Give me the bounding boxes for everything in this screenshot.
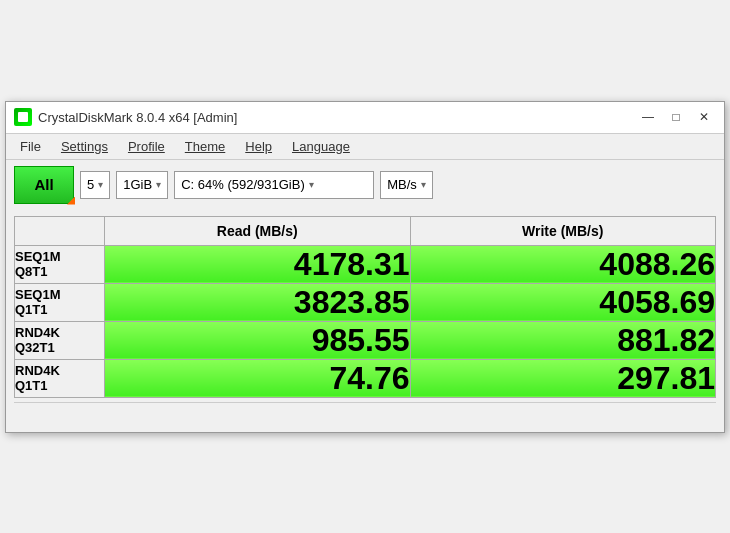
count-chevron: ▾ bbox=[98, 179, 103, 190]
row-3-label: RND4K Q1T1 bbox=[15, 359, 105, 397]
titlebar: CrystalDiskMark 8.0.4 x64 [Admin] — □ ✕ bbox=[6, 102, 724, 134]
results-table: Read (MB/s) Write (MB/s) SEQ1M Q8T1 4178… bbox=[14, 216, 716, 398]
unit-value: MB/s bbox=[387, 177, 417, 192]
toolbar: All 5 ▾ 1GiB ▾ C: 64% (592/931GiB) ▾ MB/… bbox=[6, 160, 724, 210]
unit-chevron: ▾ bbox=[421, 179, 426, 190]
count-value: 5 bbox=[87, 177, 94, 192]
row-1-read: 3823.85 bbox=[105, 283, 411, 321]
row-0-read: 4178.31 bbox=[105, 245, 411, 283]
menu-language[interactable]: Language bbox=[282, 136, 360, 157]
window-controls: — □ ✕ bbox=[636, 107, 716, 127]
all-button[interactable]: All bbox=[14, 166, 74, 204]
table-row: RND4K Q32T1 985.55 881.82 bbox=[15, 321, 716, 359]
row-0-write: 4088.26 bbox=[410, 245, 716, 283]
menubar: File Settings Profile Theme Help Languag… bbox=[6, 134, 724, 160]
count-select[interactable]: 5 ▾ bbox=[80, 171, 110, 199]
main-content: Read (MB/s) Write (MB/s) SEQ1M Q8T1 4178… bbox=[6, 210, 724, 432]
menu-theme[interactable]: Theme bbox=[175, 136, 235, 157]
close-button[interactable]: ✕ bbox=[692, 107, 716, 127]
status-bar bbox=[14, 402, 716, 424]
table-row: SEQ1M Q8T1 4178.31 4088.26 bbox=[15, 245, 716, 283]
unit-select[interactable]: MB/s ▾ bbox=[380, 171, 433, 199]
titlebar-left: CrystalDiskMark 8.0.4 x64 [Admin] bbox=[14, 108, 237, 126]
row-3-read: 74.76 bbox=[105, 359, 411, 397]
row-2-read: 985.55 bbox=[105, 321, 411, 359]
drive-select[interactable]: C: 64% (592/931GiB) ▾ bbox=[174, 171, 374, 199]
app-icon bbox=[14, 108, 32, 126]
row-2-write: 881.82 bbox=[410, 321, 716, 359]
menu-settings[interactable]: Settings bbox=[51, 136, 118, 157]
row-2-label: RND4K Q32T1 bbox=[15, 321, 105, 359]
row-1-label: SEQ1M Q1T1 bbox=[15, 283, 105, 321]
drive-chevron: ▾ bbox=[309, 179, 314, 190]
col-write-header: Write (MB/s) bbox=[410, 216, 716, 245]
size-value: 1GiB bbox=[123, 177, 152, 192]
drive-value: C: 64% (592/931GiB) bbox=[181, 177, 305, 192]
table-row: RND4K Q1T1 74.76 297.81 bbox=[15, 359, 716, 397]
size-select[interactable]: 1GiB ▾ bbox=[116, 171, 168, 199]
size-chevron: ▾ bbox=[156, 179, 161, 190]
row-1-write: 4058.69 bbox=[410, 283, 716, 321]
menu-help[interactable]: Help bbox=[235, 136, 282, 157]
row-3-write: 297.81 bbox=[410, 359, 716, 397]
menu-profile[interactable]: Profile bbox=[118, 136, 175, 157]
row-0-label: SEQ1M Q8T1 bbox=[15, 245, 105, 283]
col-label-header bbox=[15, 216, 105, 245]
minimize-button[interactable]: — bbox=[636, 107, 660, 127]
table-row: SEQ1M Q1T1 3823.85 4058.69 bbox=[15, 283, 716, 321]
window-title: CrystalDiskMark 8.0.4 x64 [Admin] bbox=[38, 110, 237, 125]
menu-file[interactable]: File bbox=[10, 136, 51, 157]
main-window: CrystalDiskMark 8.0.4 x64 [Admin] — □ ✕ … bbox=[5, 101, 725, 433]
col-read-header: Read (MB/s) bbox=[105, 216, 411, 245]
maximize-button[interactable]: □ bbox=[664, 107, 688, 127]
